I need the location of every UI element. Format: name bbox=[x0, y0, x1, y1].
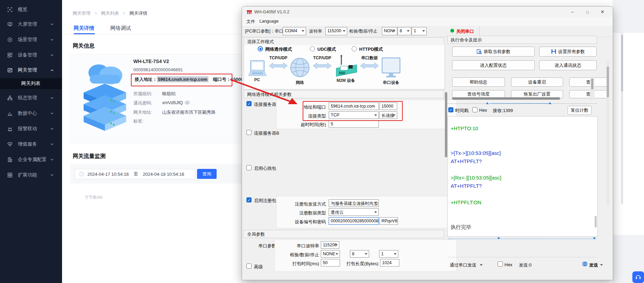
trackbar-right-marker[interactable] bbox=[549, 102, 551, 104]
com-port-select[interactable]: COM4 bbox=[283, 27, 306, 35]
reboot-button[interactable]: 设备重启 bbox=[511, 77, 563, 87]
gateway-address-label: 网关地址: bbox=[133, 109, 153, 115]
gateway-icon bbox=[7, 67, 13, 73]
pack-time-input[interactable]: 50 bbox=[321, 259, 340, 267]
breadcrumb-gateway-mgmt[interactable]: 网关管理 bbox=[73, 11, 90, 16]
breadcrumb-separator: > bbox=[123, 11, 125, 16]
radio-transparent-label: 网络透传模式 bbox=[265, 46, 292, 52]
databits-select[interactable]: 8 bbox=[398, 27, 411, 35]
server-a-checkbox[interactable]: ✓ bbox=[246, 101, 252, 106]
partial-button-2[interactable]: 查 bbox=[569, 90, 608, 98]
log-trackbar-marker[interactable] bbox=[497, 237, 500, 239]
tab-network-debug[interactable]: 网络调试 bbox=[110, 25, 131, 32]
partial-button-1[interactable]: 查 bbox=[569, 77, 608, 87]
g-stopbits-select[interactable]: 1 bbox=[379, 250, 398, 258]
cmd-h-scrollbar[interactable] bbox=[452, 97, 560, 100]
server-b-checkbox[interactable] bbox=[246, 130, 252, 135]
send-mode-dropdown[interactable]: 通过串口发送 bbox=[450, 262, 476, 268]
window-right-scrollbar-thumb[interactable] bbox=[607, 66, 609, 97]
floating-action-button[interactable] bbox=[632, 271, 644, 283]
log-trackbar-marker[interactable] bbox=[593, 237, 596, 239]
sidebar-item-data-center[interactable]: 数据中心 bbox=[0, 108, 62, 119]
stopbits-select[interactable]: 1 bbox=[412, 27, 427, 35]
sidebar-item-gateway-mgmt[interactable]: 网关管理 bbox=[0, 65, 62, 76]
device-pwd-input[interactable]: RPqvV6K bbox=[379, 217, 398, 225]
date-end: 2024-04-18 10:54:16 bbox=[143, 172, 184, 177]
date-range-input[interactable]: 2024-04-17 10:54:16 至 2024-04-18 10:54:1… bbox=[75, 169, 195, 179]
chevron-down-icon bbox=[50, 38, 54, 42]
eye-icon[interactable] bbox=[185, 100, 190, 105]
global-group-header: 全局参数 bbox=[244, 230, 444, 238]
send-button[interactable]: 发送 bbox=[589, 262, 598, 268]
sidebar-item-scene-mgmt[interactable]: 场景管理 bbox=[0, 34, 62, 45]
sidebar-item-enterprise-config[interactable]: 企业专属配置 bbox=[0, 154, 62, 165]
log-trackbar-dotted[interactable] bbox=[448, 238, 596, 239]
sidebar: 概览 大屏管理 场景管理 设备管理 网关管理 网关列表 组态管理 bbox=[0, 0, 62, 283]
parity-label: 检验/数据/停止 bbox=[349, 28, 377, 34]
page-scrollbar-thumb[interactable] bbox=[621, 35, 623, 91]
window-titlebar[interactable]: WH-G405tf V1.0.2 – □ ✕ bbox=[242, 7, 613, 17]
arrow-icon bbox=[360, 63, 379, 69]
log-area[interactable]: +HTPTO:10 >[Tx->][10:53:05][asc] AT+HTPF… bbox=[447, 116, 598, 237]
radio-httpd-mode[interactable] bbox=[352, 46, 357, 51]
pack-len-input[interactable]: 1024 bbox=[380, 259, 399, 267]
baud-select[interactable]: 115200 bbox=[325, 27, 347, 35]
cmd-group-header: 执行命令及提示 bbox=[447, 36, 597, 44]
set-params-button[interactable]: 设置所有参数 bbox=[539, 47, 597, 57]
get-params-button[interactable]: 获取当前参数 bbox=[452, 47, 535, 57]
hex-recv-checkbox[interactable] bbox=[472, 107, 477, 112]
cmd-mini-scrollbar-thumb[interactable] bbox=[591, 78, 593, 89]
trackbar-dotted[interactable] bbox=[490, 103, 550, 104]
maximize-button[interactable]: □ bbox=[580, 7, 595, 17]
enter-config-button[interactable]: 进入配置状态 bbox=[452, 60, 535, 70]
parity-select[interactable]: NONI bbox=[382, 27, 397, 35]
reg-type-select[interactable]: 透传云 bbox=[329, 208, 379, 216]
log-line: >[Rx<-][10:53:05][asc] bbox=[451, 175, 501, 181]
sidebar-item-value-service[interactable]: 增值服务 bbox=[0, 139, 62, 150]
enter-comm-button[interactable]: 进入通讯状态 bbox=[539, 60, 597, 70]
g-baud-select[interactable]: 115200 bbox=[321, 241, 339, 249]
dropdown-arrow-icon bbox=[394, 253, 397, 255]
radio-transparent-mode[interactable] bbox=[258, 46, 263, 51]
advanced-checkbox[interactable] bbox=[246, 263, 252, 269]
middle-scrollbar-thumb[interactable] bbox=[445, 92, 447, 157]
chevron-up-icon bbox=[50, 68, 54, 72]
trackbar-left-marker[interactable] bbox=[486, 102, 489, 104]
menu-file[interactable]: 文件 bbox=[246, 19, 255, 25]
sidebar-item-overview[interactable]: 概览 bbox=[0, 4, 62, 15]
date-separator: 至 bbox=[134, 171, 138, 177]
sidebar-item-device-mgmt[interactable]: 设备管理 bbox=[0, 50, 62, 61]
minimize-button[interactable]: – bbox=[565, 7, 580, 17]
device-id-input[interactable]: 00002000109285000008 bbox=[329, 217, 379, 225]
log-scrollbar-thumb[interactable] bbox=[595, 216, 597, 227]
timeout-label: 超时时间(秒) bbox=[292, 122, 326, 128]
sidebar-item-alarm-link[interactable]: 报警联动 bbox=[0, 123, 62, 134]
dropdown-arrow-icon bbox=[343, 30, 345, 32]
sidebar-item-screen-mgmt[interactable]: 大屏管理 bbox=[0, 19, 62, 30]
heartbeat-checkbox[interactable] bbox=[246, 165, 252, 170]
log-line: AT+HTPFLT? bbox=[451, 158, 482, 164]
menu-language[interactable]: Language bbox=[259, 19, 279, 24]
g-baud-label: 串口波特率 bbox=[293, 243, 319, 249]
sidebar-item-gateway-list[interactable]: 网关列表 bbox=[0, 78, 62, 89]
recv-count: 接收:1399 bbox=[493, 108, 513, 114]
tab-gateway-detail[interactable]: 网关详情 bbox=[74, 25, 94, 32]
hex-send-checkbox[interactable] bbox=[498, 261, 503, 267]
heartbeat-label: 启用心跳包 bbox=[254, 165, 276, 172]
g-parity-select[interactable]: NONE bbox=[321, 250, 340, 258]
timestamp-checkbox[interactable]: ✓ bbox=[448, 107, 453, 112]
regpack-checkbox[interactable]: ✓ bbox=[246, 197, 252, 202]
close-button[interactable]: ✕ bbox=[595, 7, 610, 17]
query-button[interactable]: 查询 bbox=[197, 169, 217, 179]
sidebar-item-config-mgmt[interactable]: 组态管理 bbox=[0, 93, 62, 103]
breadcrumb-gateway-list[interactable]: 网关列表 bbox=[101, 11, 119, 16]
radio-udc-mode[interactable] bbox=[310, 46, 315, 51]
timeout-input[interactable]: 5 bbox=[329, 120, 379, 128]
reset-count-button[interactable]: 复位计数 bbox=[568, 106, 592, 115]
sidebar-item-extensions[interactable]: 扩展功能 bbox=[0, 170, 62, 181]
device-icon bbox=[7, 52, 13, 58]
g-databits-select[interactable]: 8 bbox=[350, 250, 369, 258]
help-button[interactable]: 帮助信息 bbox=[452, 77, 505, 87]
reg-mode-select[interactable]: 与服务器建立连接时向服务 bbox=[329, 199, 379, 207]
close-port-button[interactable]: 关闭串口 bbox=[456, 28, 474, 35]
